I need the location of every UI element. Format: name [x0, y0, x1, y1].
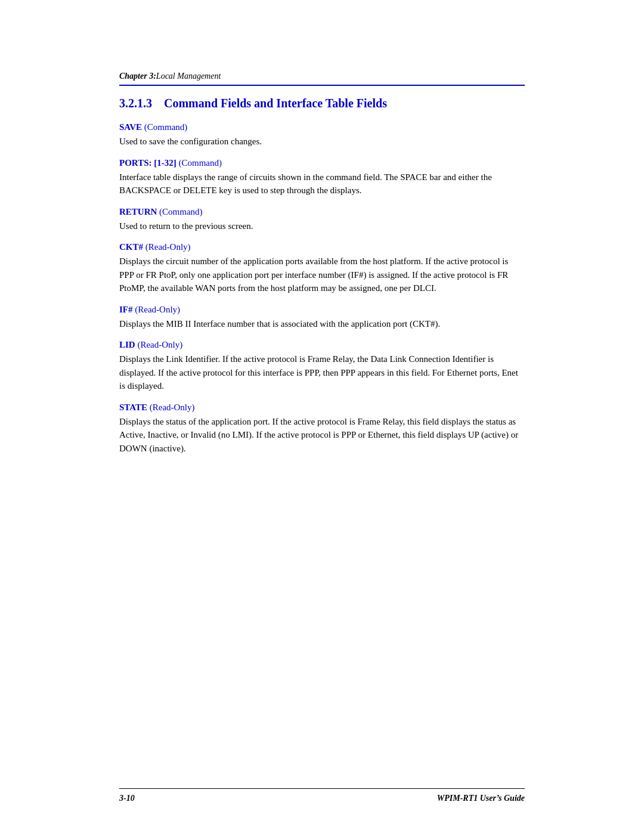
field-block-return: RETURN (Command) Used to return to the p… — [119, 207, 525, 233]
field-block-save: SAVE (Command) Used to save the configur… — [119, 122, 525, 148]
section-title-text: Command Fields and Interface Table Field… — [164, 97, 387, 110]
field-type-ports: (Command) — [177, 158, 222, 168]
section-number: 3.2.1.3 — [119, 97, 152, 110]
field-desc-if: Displays the MIB II Interface number tha… — [119, 317, 525, 331]
field-type-return: (Command) — [157, 207, 202, 216]
field-block-ckt: CKT# (Read-Only) Displays the circuit nu… — [119, 242, 525, 295]
field-block-if: IF# (Read-Only) Displays the MIB II Inte… — [119, 305, 525, 331]
field-heading-ports: PORTS: [1-32] (Command) — [119, 158, 525, 168]
field-name-state: STATE — [119, 402, 147, 412]
chapter-line: Chapter 3: Local Management — [119, 72, 525, 86]
section-title: 3.2.1.3 Command Fields and Interface Tab… — [119, 97, 525, 110]
field-block-state: STATE (Read-Only) Displays the status of… — [119, 402, 525, 456]
chapter-title-text: Local Management — [156, 72, 221, 81]
field-desc-save: Used to save the configuration changes. — [119, 135, 525, 148]
field-block-lid: LID (Read-Only) Displays the Link Identi… — [119, 340, 525, 393]
field-type-save: (Command) — [142, 122, 187, 132]
field-desc-return: Used to return to the previous screen. — [119, 219, 525, 233]
header-area: Chapter 3: Local Management 3.2.1.3 Comm… — [0, 0, 644, 110]
field-heading-ckt: CKT# (Read-Only) — [119, 242, 525, 252]
field-block-ports: PORTS: [1-32] (Command) Interface table … — [119, 158, 525, 197]
field-name-if: IF# — [119, 305, 133, 314]
field-name-save: SAVE — [119, 122, 142, 132]
chapter-label: Chapter 3: — [119, 72, 156, 81]
footer-area: 3-10 WPIM-RT1 User’s Guide — [119, 788, 525, 803]
page-container: Chapter 3: Local Management 3.2.1.3 Comm… — [0, 0, 644, 833]
field-name-lid: LID — [119, 340, 135, 349]
field-heading-return: RETURN (Command) — [119, 207, 525, 217]
field-type-if: (Read-Only) — [133, 305, 181, 314]
field-heading-if: IF# (Read-Only) — [119, 305, 525, 315]
content-area: SAVE (Command) Used to save the configur… — [0, 122, 644, 455]
field-type-ckt: (Read-Only) — [143, 242, 191, 252]
chapter-label-text: Chapter 3: — [119, 72, 156, 80]
footer-page-number: 3-10 — [119, 794, 135, 803]
field-heading-state: STATE (Read-Only) — [119, 402, 525, 413]
field-desc-ckt: Displays the circuit number of the appli… — [119, 255, 525, 295]
field-desc-lid: Displays the Link Identifier. If the act… — [119, 352, 525, 393]
field-desc-ports: Interface table displays the range of ci… — [119, 171, 525, 197]
field-name-ports: PORTS: [1-32] — [119, 158, 177, 168]
field-heading-save: SAVE (Command) — [119, 122, 525, 132]
field-name-ckt: CKT# — [119, 242, 143, 252]
field-name-return: RETURN — [119, 207, 157, 216]
field-type-lid: (Read-Only) — [135, 340, 183, 349]
footer-guide-title: WPIM-RT1 User’s Guide — [437, 794, 525, 803]
field-desc-state: Displays the status of the application p… — [119, 415, 525, 456]
field-type-state: (Read-Only) — [147, 402, 195, 412]
field-heading-lid: LID (Read-Only) — [119, 340, 525, 350]
